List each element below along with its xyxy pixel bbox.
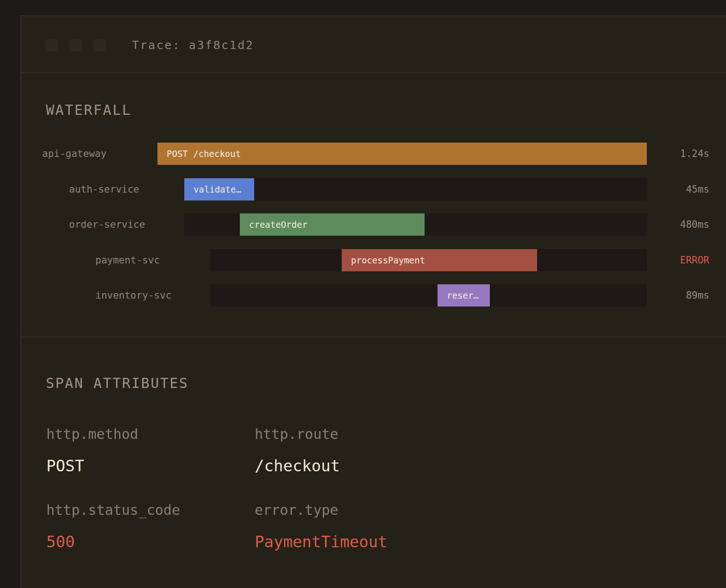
waterfall-row: inventory-svc reser… 89ms — [21, 284, 726, 307]
window-control-button[interactable] — [69, 39, 82, 51]
service-label: api-gateway — [42, 143, 106, 165]
trace-title: Trace: a3f8c1d2 — [132, 39, 254, 51]
attribute-cell: http.route /checkout — [255, 427, 340, 474]
service-label: auth-service — [69, 178, 139, 200]
attribute-key: http.method — [46, 427, 138, 442]
app-root: { "window": { "title": "Trace: a3f8c1d2"… — [0, 0, 726, 588]
waterfall-heading: WATERFALL — [46, 103, 131, 118]
span-track: POST /checkout — [157, 143, 647, 165]
span-track: validate… — [184, 178, 647, 200]
attribute-cell: http.status_code 500 — [46, 503, 180, 550]
span-operation-label: createOrder — [249, 219, 307, 230]
attribute-key: http.route — [255, 427, 340, 442]
attribute-value: 500 — [46, 533, 180, 550]
attribute-key: http.status_code — [46, 503, 180, 518]
span-operation-label: processPayment — [351, 255, 425, 265]
section-divider — [21, 337, 726, 338]
waterfall-row: api-gateway POST /checkout 1.24s — [21, 143, 726, 165]
attribute-key: error.type — [255, 503, 388, 518]
trace-window: Trace: a3f8c1d2 WATERFALL api-gateway PO… — [20, 15, 726, 588]
span-duration: 45ms — [686, 178, 709, 200]
span-duration: 480ms — [680, 213, 709, 236]
span-operation-label: validate… — [194, 184, 241, 194]
waterfall-row: auth-service validate… 45ms — [21, 178, 726, 200]
span-bar[interactable]: createOrder — [240, 213, 425, 236]
window-control-button[interactable] — [45, 39, 58, 51]
attribute-value: /checkout — [255, 457, 340, 474]
attribute-value: PaymentTimeout — [255, 533, 388, 550]
window-header: Trace: a3f8c1d2 — [21, 16, 726, 73]
waterfall-row: payment-svc processPayment ERROR — [21, 249, 726, 271]
span-bar[interactable]: reser… — [438, 284, 490, 307]
span-attributes-heading: SPAN ATTRIBUTES — [46, 376, 188, 391]
span-bar[interactable]: processPayment — [342, 249, 537, 271]
window-controls — [45, 39, 106, 51]
span-duration: ERROR — [680, 249, 709, 271]
span-track: processPayment — [211, 249, 647, 271]
span-operation-label: POST /checkout — [167, 149, 241, 159]
span-duration: 1.24s — [680, 143, 709, 165]
attribute-cell: error.type PaymentTimeout — [255, 503, 388, 550]
service-label: payment-svc — [95, 249, 160, 271]
span-track: reser… — [211, 284, 647, 307]
attribute-value: POST — [46, 457, 138, 474]
attribute-cell: http.method POST — [46, 427, 138, 474]
span-track: createOrder — [184, 213, 647, 236]
span-duration: 89ms — [686, 284, 709, 307]
span-bar[interactable]: validate… — [184, 178, 254, 200]
window-control-button[interactable] — [94, 39, 106, 51]
waterfall-row: order-service createOrder 480ms — [21, 213, 726, 236]
span-operation-label: reser… — [447, 290, 479, 300]
service-label: order-service — [69, 213, 145, 236]
span-bar[interactable]: POST /checkout — [157, 143, 647, 165]
service-label: inventory-svc — [95, 284, 171, 307]
